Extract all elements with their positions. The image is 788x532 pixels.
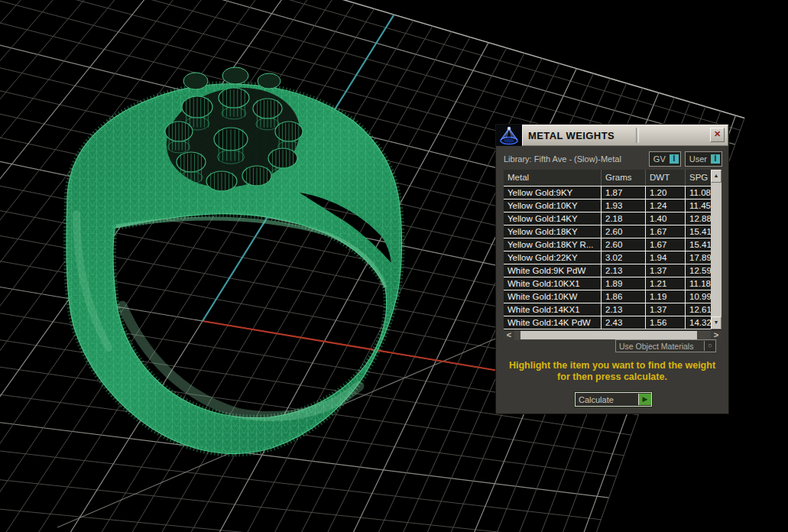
scroll-down-icon[interactable]: ▼ <box>711 316 722 329</box>
cell-spg: 17.89 <box>686 251 711 264</box>
table-row[interactable]: White Gold:9K PdW2.131.3712.59 <box>504 264 711 277</box>
table-header: Metal Grams DWT SPG <box>504 170 711 187</box>
dialog-title: METAL WEIGHTS <box>523 130 615 141</box>
cell-metal: Yellow Gold:14KY <box>504 212 602 225</box>
close-icon[interactable]: ✕ <box>710 128 725 142</box>
scale-cone-icon <box>496 125 522 146</box>
materials-dropdown-value: Use Object Materials <box>616 342 704 351</box>
ring-model[interactable] <box>66 67 402 454</box>
scroll-left-icon[interactable]: < <box>504 330 514 340</box>
instruction-line1: Highlight the item you want to find the … <box>496 360 728 371</box>
table-row[interactable]: Yellow Gold:14KY2.181.4012.88 <box>504 212 711 225</box>
cell-metal: Yellow Gold:10KY <box>504 200 602 212</box>
cell-dwt: 1.19 <box>646 290 686 303</box>
vertical-scrollbar[interactable]: ▲ ▼ <box>711 170 722 329</box>
cell-metal: Yellow Gold:18KY R... <box>504 238 602 251</box>
cell-dwt: 1.40 <box>646 212 686 225</box>
library-label: Library: Fifth Ave - (Slow)-Metal <box>504 154 645 164</box>
dialog-titlebar[interactable]: METAL WEIGHTS ✕ <box>496 125 728 146</box>
viewport-3d[interactable]: METAL WEIGHTS ✕ Library: Fifth Ave - (Sl… <box>0 0 788 532</box>
cell-metal: White Gold:10KW <box>504 290 602 303</box>
table-row[interactable]: White Gold:10KX11.891.2111.18 <box>504 277 711 290</box>
cell-grams: 2.43 <box>602 316 646 329</box>
calculate-button[interactable]: Calculate ▶ <box>575 392 652 407</box>
table-row[interactable]: Yellow Gold:9KY1.871.2011.08 <box>504 187 711 200</box>
cell-dwt: 1.67 <box>646 238 686 251</box>
cell-dwt: 1.24 <box>646 200 686 212</box>
table-row[interactable]: White Gold:14KX12.131.3712.61 <box>504 303 711 316</box>
cell-spg: 11.18 <box>686 277 711 290</box>
table-row[interactable]: Yellow Gold:10KY1.931.2411.45 <box>504 200 711 212</box>
user-button[interactable]: User I <box>685 151 722 167</box>
calculate-button-label: Calculate <box>576 395 638 404</box>
instruction-text: Highlight the item you want to find the … <box>496 360 728 383</box>
cell-spg: 12.88 <box>686 212 711 225</box>
scroll-up-icon[interactable]: ▲ <box>711 170 722 183</box>
table-row[interactable]: White Gold:14K PdW2.431.5614.32 <box>504 316 711 329</box>
cell-spg: 12.61 <box>686 303 711 316</box>
cell-grams: 2.18 <box>602 212 646 225</box>
cell-metal: Yellow Gold:18KY <box>504 225 602 238</box>
cell-dwt: 1.37 <box>646 303 686 316</box>
calculate-arrow-icon: ▶ <box>638 394 651 405</box>
gv-info-icon[interactable]: I <box>670 154 679 164</box>
cell-metal: Yellow Gold:9KY <box>504 187 602 199</box>
library-row: Library: Fifth Ave - (Slow)-Metal GV I U… <box>504 152 722 165</box>
cell-grams: 1.89 <box>602 277 646 290</box>
cell-spg: 14.32 <box>686 316 711 329</box>
cell-spg: 15.41 <box>686 238 711 251</box>
dropdown-circle-icon[interactable]: ○ <box>704 341 715 351</box>
gv-button[interactable]: GV I <box>649 151 681 167</box>
col-header-grams: Grams <box>602 170 646 186</box>
table-row[interactable]: Yellow Gold:18KY2.601.6715.41 <box>504 225 711 238</box>
cell-dwt: 1.21 <box>646 277 686 290</box>
cell-dwt: 1.56 <box>646 316 686 329</box>
cell-metal: White Gold:14KX1 <box>504 303 602 316</box>
cell-grams: 1.86 <box>602 290 646 303</box>
vertical-scroll-thumb[interactable] <box>711 183 722 316</box>
cell-dwt: 1.94 <box>646 251 686 264</box>
cell-spg: 11.45 <box>686 200 711 212</box>
cell-spg: 12.59 <box>686 264 711 277</box>
gv-button-label: GV <box>653 154 666 164</box>
cell-dwt: 1.20 <box>646 187 686 199</box>
metal-weights-dialog[interactable]: METAL WEIGHTS ✕ Library: Fifth Ave - (Sl… <box>496 125 728 414</box>
materials-dropdown[interactable]: Use Object Materials ○ <box>615 339 716 352</box>
titlebar-divider <box>636 128 639 143</box>
titlebar-surface[interactable]: METAL WEIGHTS ✕ <box>522 125 728 146</box>
cell-dwt: 1.67 <box>646 225 686 238</box>
cell-grams: 2.13 <box>602 303 646 316</box>
table-body[interactable]: Yellow Gold:9KY1.871.2011.08Yellow Gold:… <box>504 187 711 329</box>
cell-grams: 1.87 <box>602 187 646 199</box>
user-button-label: User <box>689 154 707 164</box>
cell-spg: 15.41 <box>686 225 711 238</box>
col-header-dwt: DWT <box>646 170 686 186</box>
instruction-line2: for then press calculate. <box>496 371 728 383</box>
cell-metal: Yellow Gold:22KY <box>504 251 602 264</box>
metals-table[interactable]: Metal Grams DWT SPG Yellow Gold:9KY1.871… <box>504 170 722 340</box>
cell-grams: 2.13 <box>602 264 646 277</box>
cell-grams: 3.02 <box>602 251 646 264</box>
cell-grams: 2.60 <box>602 225 646 238</box>
col-header-metal: Metal <box>504 170 602 186</box>
cell-metal: White Gold:9K PdW <box>504 264 602 277</box>
col-header-spg: SPG <box>686 170 711 186</box>
cell-spg: 10.99 <box>686 290 711 303</box>
table-row[interactable]: White Gold:10KW1.861.1910.99 <box>504 290 711 303</box>
cell-metal: White Gold:10KX1 <box>504 277 602 290</box>
cell-grams: 1.93 <box>602 200 646 212</box>
cell-dwt: 1.37 <box>646 264 686 277</box>
cell-spg: 11.08 <box>686 187 711 199</box>
cell-grams: 2.60 <box>602 238 646 251</box>
horizontal-scroll-thumb[interactable] <box>520 331 697 339</box>
user-info-icon[interactable]: I <box>711 154 720 164</box>
table-row[interactable]: Yellow Gold:22KY3.021.9417.89 <box>504 251 711 264</box>
cell-metal: White Gold:14K PdW <box>504 316 602 329</box>
table-row[interactable]: Yellow Gold:18KY R...2.601.6715.41 <box>504 238 711 251</box>
